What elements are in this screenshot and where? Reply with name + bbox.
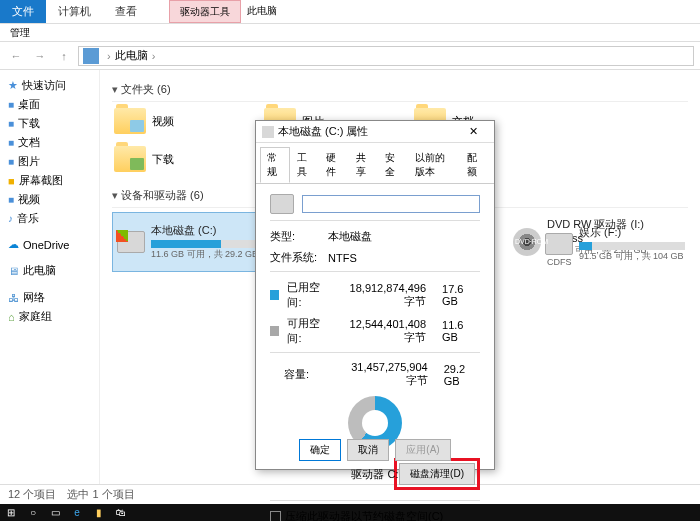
free-bytes: 12,544,401,408 字节 (337, 318, 426, 345)
free-gb: 11.6 GB (442, 319, 480, 343)
tab-quota[interactable]: 配额 (460, 147, 490, 183)
properties-dialog: 本地磁盘 (C:) 属性 ✕ 常规 工具 硬件 共享 安全 以前的版本 配额 类… (255, 120, 495, 470)
tab-previous[interactable]: 以前的版本 (408, 147, 461, 183)
used-bytes: 18,912,874,496 字节 (337, 282, 426, 309)
apply-button[interactable]: 应用(A) (395, 439, 450, 461)
used-label: 已用空间: (287, 280, 328, 310)
drive-label: 驱动器 C: (351, 467, 398, 482)
folder-videos[interactable]: 视频 (112, 106, 242, 136)
ribbon-file[interactable]: 文件 (0, 0, 46, 23)
ribbon-computer[interactable]: 计算机 (46, 0, 103, 23)
window-title: 此电脑 (239, 0, 285, 23)
type-value: 本地磁盘 (328, 229, 372, 244)
sidebar-downloads[interactable]: ■下载 (4, 114, 95, 133)
tab-sharing[interactable]: 共享 (349, 147, 379, 183)
volume-label-input[interactable] (302, 195, 480, 213)
fs-label: 文件系统: (270, 250, 320, 265)
sidebar-music[interactable]: ♪音乐 (4, 209, 95, 228)
highlight-box: 磁盘清理(D) (394, 458, 480, 490)
search-icon[interactable]: ○ (22, 504, 44, 521)
folder-downloads[interactable]: 下载 (112, 144, 242, 174)
nav-up[interactable]: ↑ (54, 46, 74, 66)
ribbon: 文件 计算机 查看 驱动器工具 此电脑 (0, 0, 700, 24)
dialog-tabs: 常规 工具 硬件 共享 安全 以前的版本 配额 (256, 143, 494, 184)
sidebar-documents[interactable]: ■文档 (4, 133, 95, 152)
compress-checkbox-row[interactable]: 压缩此驱动器以节约磁盘空间(C) (270, 509, 480, 521)
address-bar: ← → ↑ › 此电脑 › (0, 42, 700, 70)
drive-icon (117, 231, 145, 253)
used-color-icon (270, 290, 279, 300)
sidebar-network[interactable]: 🖧网络 (4, 288, 95, 307)
status-items: 12 个项目 (8, 488, 56, 500)
drive-icon (545, 233, 573, 255)
drive-f[interactable]: 娱乐 (F:) 91.5 GB 可用，共 104 GB (540, 220, 690, 268)
sidebar-desktop[interactable]: ■桌面 (4, 95, 95, 114)
used-gb: 17.6 GB (442, 283, 480, 307)
ok-button[interactable]: 确定 (299, 439, 341, 461)
explorer-icon[interactable]: ▮ (88, 504, 110, 521)
free-color-icon (270, 326, 279, 336)
free-label: 可用空间: (287, 316, 328, 346)
address-path[interactable]: › 此电脑 › (78, 46, 694, 66)
checkbox-icon (270, 511, 281, 521)
store-icon[interactable]: 🛍 (110, 504, 132, 521)
sidebar-thispc[interactable]: 🖥此电脑 (4, 261, 95, 280)
nav-back[interactable]: ← (6, 46, 26, 66)
ribbon-drivetools: 驱动器工具 (169, 0, 241, 23)
dialog-title: 本地磁盘 (C:) 属性 (278, 124, 368, 139)
capacity-gb: 29.2 GB (444, 363, 480, 387)
nav-forward[interactable]: → (30, 46, 50, 66)
fs-value: NTFS (328, 252, 357, 264)
cancel-button[interactable]: 取消 (347, 439, 389, 461)
capacity-bytes: 31,457,275,904 字节 (342, 361, 427, 388)
thispc-icon (83, 48, 99, 64)
tab-general[interactable]: 常规 (260, 147, 290, 183)
close-button[interactable]: ✕ (458, 125, 488, 138)
capacity-label: 容量: (284, 367, 334, 382)
start-button[interactable]: ⊞ (0, 504, 22, 521)
sidebar-videos[interactable]: ■视频 (4, 190, 95, 209)
sidebar-screenshots[interactable]: ■屏幕截图 (4, 171, 95, 190)
disk-cleanup-button[interactable]: 磁盘清理(D) (399, 463, 475, 485)
sidebar: ★快速访问 ■桌面 ■下载 ■文档 ■图片 ■屏幕截图 ■视频 ♪音乐 ☁One… (0, 70, 100, 510)
ribbon-manage[interactable]: 管理 (0, 24, 700, 42)
taskview-icon[interactable]: ▭ (44, 504, 66, 521)
tab-hardware[interactable]: 硬件 (319, 147, 349, 183)
edge-icon[interactable]: e (66, 504, 88, 521)
folders-section[interactable]: 文件夹 (6) (112, 78, 688, 102)
sidebar-onedrive[interactable]: ☁OneDrive (4, 236, 95, 253)
drive-icon (262, 126, 274, 138)
dialog-titlebar[interactable]: 本地磁盘 (C:) 属性 ✕ (256, 121, 494, 143)
tab-security[interactable]: 安全 (378, 147, 408, 183)
tab-tools[interactable]: 工具 (290, 147, 320, 183)
sidebar-pictures[interactable]: ■图片 (4, 152, 95, 171)
sidebar-quick-access[interactable]: ★快速访问 (4, 76, 95, 95)
status-selected: 选中 1 个项目 (67, 488, 134, 500)
drive-icon (270, 194, 294, 214)
sidebar-homegroup[interactable]: ⌂家庭组 (4, 307, 95, 326)
drive-c[interactable]: 本地磁盘 (C:) 11.6 GB 可用，共 29.2 GB (112, 212, 272, 272)
type-label: 类型: (270, 229, 320, 244)
ribbon-view[interactable]: 查看 (103, 0, 149, 23)
breadcrumb[interactable]: 此电脑 (115, 48, 148, 63)
